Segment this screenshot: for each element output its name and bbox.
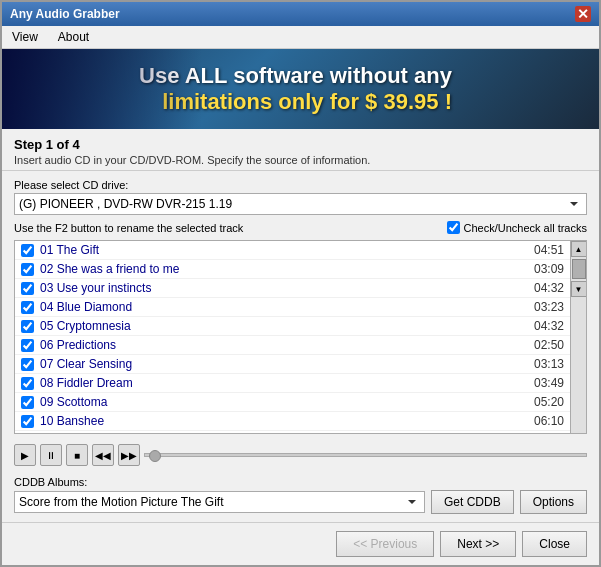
- play-button[interactable]: ▶: [14, 444, 36, 466]
- main-content: Please select CD drive: (G) PIONEER , DV…: [2, 171, 599, 522]
- scroll-down-button[interactable]: ▼: [571, 281, 587, 297]
- track-name-8: 09 Scottoma: [40, 395, 107, 409]
- track-duration-3: 03:23: [534, 300, 564, 314]
- cddb-label: CDDB Albums:: [14, 476, 587, 488]
- step-header: Step 1 of 4 Insert audio CD in your CD/D…: [2, 129, 599, 171]
- track-name-9: 10 Banshee: [40, 414, 104, 428]
- track-list-header: Use the F2 button to rename the selected…: [14, 221, 587, 234]
- cd-drive-section: Please select CD drive: (G) PIONEER , DV…: [14, 179, 587, 215]
- track-duration-5: 02:50: [534, 338, 564, 352]
- track-list-container: 01 The Gift 04:51 02 She was a friend to…: [14, 240, 587, 434]
- cddb-section: CDDB Albums: Score from the Motion Pictu…: [14, 476, 587, 514]
- previous-button[interactable]: << Previous: [336, 531, 434, 557]
- check-all-checkbox[interactable]: [447, 221, 460, 234]
- track-left-9: 10 Banshee: [21, 414, 104, 428]
- track-item: 06 Predictions 02:50: [15, 336, 570, 355]
- stop-button[interactable]: ■: [66, 444, 88, 466]
- track-checkbox-5[interactable]: [21, 339, 34, 352]
- track-left-7: 08 Fiddler Dream: [21, 376, 133, 390]
- progress-thumb[interactable]: [149, 450, 161, 462]
- main-window: Any Audio Grabber ✕ View About Use ALL s…: [0, 0, 601, 567]
- track-name-2: 03 Use your instincts: [40, 281, 151, 295]
- track-checkbox-8[interactable]: [21, 396, 34, 409]
- track-left-1: 02 She was a friend to me: [21, 262, 179, 276]
- playback-controls: ▶ ⏸ ■ ◀◀ ▶▶: [14, 440, 587, 470]
- track-name-7: 08 Fiddler Dream: [40, 376, 133, 390]
- track-item: 05 Cryptomnesia 04:32: [15, 317, 570, 336]
- track-duration-8: 05:20: [534, 395, 564, 409]
- next-button[interactable]: Next >>: [440, 531, 516, 557]
- scroll-thumb[interactable]: [572, 259, 586, 279]
- track-duration-4: 04:32: [534, 319, 564, 333]
- track-item: 03 Use your instincts 04:32: [15, 279, 570, 298]
- menu-about[interactable]: About: [52, 28, 95, 46]
- menu-view[interactable]: View: [6, 28, 44, 46]
- cddb-row: Score from the Motion Picture The Gift G…: [14, 490, 587, 514]
- track-checkbox-7[interactable]: [21, 377, 34, 390]
- banner-price: 39.95: [383, 89, 438, 114]
- track-name-3: 04 Blue Diamond: [40, 300, 132, 314]
- track-hint: Use the F2 button to rename the selected…: [14, 222, 243, 234]
- track-duration-7: 03:49: [534, 376, 564, 390]
- title-bar: Any Audio Grabber ✕: [2, 2, 599, 26]
- track-duration-2: 04:32: [534, 281, 564, 295]
- track-item: 04 Blue Diamond 03:23: [15, 298, 570, 317]
- track-left-4: 05 Cryptomnesia: [21, 319, 131, 333]
- forward-button[interactable]: ▶▶: [118, 444, 140, 466]
- track-item: 10 Banshee 06:10: [15, 412, 570, 431]
- pause-button[interactable]: ⏸: [40, 444, 62, 466]
- progress-bar: [144, 453, 587, 457]
- track-checkbox-3[interactable]: [21, 301, 34, 314]
- close-nav-button[interactable]: Close: [522, 531, 587, 557]
- track-left-6: 07 Clear Sensing: [21, 357, 132, 371]
- rewind-button[interactable]: ◀◀: [92, 444, 114, 466]
- track-checkbox-4[interactable]: [21, 320, 34, 333]
- banner-decoration: [2, 49, 202, 129]
- track-item: 02 She was a friend to me 03:09: [15, 260, 570, 279]
- scrollbar: ▲ ▼: [570, 241, 586, 433]
- close-button[interactable]: ✕: [575, 6, 591, 22]
- bottom-bar: << Previous Next >> Close: [2, 522, 599, 565]
- track-name-1: 02 She was a friend to me: [40, 262, 179, 276]
- track-name-4: 05 Cryptomnesia: [40, 319, 131, 333]
- step-title: Step 1 of 4: [14, 137, 587, 152]
- track-list: 01 The Gift 04:51 02 She was a friend to…: [15, 241, 570, 433]
- track-left-5: 06 Predictions: [21, 338, 116, 352]
- options-button[interactable]: Options: [520, 490, 587, 514]
- menu-bar: View About: [2, 26, 599, 49]
- banner-line2-suffix: !: [439, 89, 452, 114]
- track-item: 08 Fiddler Dream 03:49: [15, 374, 570, 393]
- get-cddb-button[interactable]: Get CDDB: [431, 490, 514, 514]
- track-name-6: 07 Clear Sensing: [40, 357, 132, 371]
- track-item: 01 The Gift 04:51: [15, 241, 570, 260]
- track-checkbox-6[interactable]: [21, 358, 34, 371]
- track-item: 07 Clear Sensing 03:13: [15, 355, 570, 374]
- banner: Use ALL software without any limitations…: [2, 49, 599, 129]
- check-all-label: Check/Uncheck all tracks: [464, 222, 588, 234]
- track-duration-0: 04:51: [534, 243, 564, 257]
- cd-drive-select[interactable]: (G) PIONEER , DVD-RW DVR-215 1.19: [14, 193, 587, 215]
- track-duration-9: 06:10: [534, 414, 564, 428]
- track-left-0: 01 The Gift: [21, 243, 99, 257]
- cd-drive-label: Please select CD drive:: [14, 179, 587, 191]
- check-all-button[interactable]: Check/Uncheck all tracks: [447, 221, 588, 234]
- window-title: Any Audio Grabber: [10, 7, 120, 21]
- track-checkbox-9[interactable]: [21, 415, 34, 428]
- track-duration-1: 03:09: [534, 262, 564, 276]
- track-checkbox-2[interactable]: [21, 282, 34, 295]
- track-name-5: 06 Predictions: [40, 338, 116, 352]
- track-duration-6: 03:13: [534, 357, 564, 371]
- cddb-select[interactable]: Score from the Motion Picture The Gift: [14, 491, 425, 513]
- step-description: Insert audio CD in your CD/DVD-ROM. Spec…: [14, 154, 587, 166]
- scroll-up-button[interactable]: ▲: [571, 241, 587, 257]
- track-name-0: 01 The Gift: [40, 243, 99, 257]
- track-item: 09 Scottoma 05:20: [15, 393, 570, 412]
- track-checkbox-0[interactable]: [21, 244, 34, 257]
- track-left-3: 04 Blue Diamond: [21, 300, 132, 314]
- track-checkbox-1[interactable]: [21, 263, 34, 276]
- track-left-2: 03 Use your instincts: [21, 281, 151, 295]
- track-left-8: 09 Scottoma: [21, 395, 107, 409]
